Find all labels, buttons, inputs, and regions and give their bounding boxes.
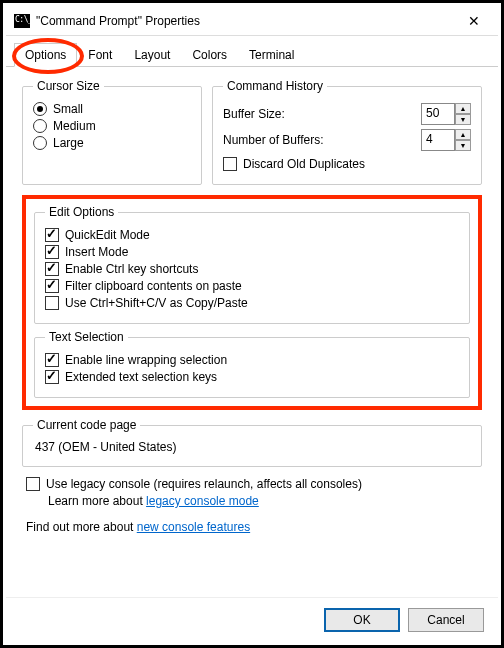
label-discard-duplicates: Discard Old Duplicates (243, 157, 365, 171)
tab-font[interactable]: Font (77, 43, 123, 67)
group-codepage: Current code page 437 (OEM - United Stat… (22, 418, 482, 467)
tab-terminal[interactable]: Terminal (238, 43, 305, 67)
check-ctrl-shortcuts[interactable] (45, 262, 59, 276)
cursor-size-legend: Cursor Size (33, 79, 104, 93)
findout-prefix: Find out more about (26, 520, 137, 534)
edit-options-legend: Edit Options (45, 205, 118, 219)
spinner-up-icon[interactable]: ▲ (455, 129, 471, 140)
label-cursor-medium: Medium (53, 119, 96, 133)
window-title: "Command Prompt" Properties (36, 14, 454, 28)
spinner-down-icon[interactable]: ▼ (455, 114, 471, 125)
tab-colors[interactable]: Colors (181, 43, 238, 67)
spinner-buffer-size[interactable]: 50 ▲ ▼ (421, 103, 471, 125)
check-extended-keys[interactable] (45, 370, 59, 384)
properties-dialog: "Command Prompt" Properties ✕ Options Fo… (6, 6, 498, 642)
text-selection-legend: Text Selection (45, 330, 128, 344)
radio-cursor-medium[interactable] (33, 119, 47, 133)
check-filter-clipboard[interactable] (45, 279, 59, 293)
spinner-up-icon[interactable]: ▲ (455, 103, 471, 114)
radio-cursor-small[interactable] (33, 102, 47, 116)
label-cursor-large: Large (53, 136, 84, 150)
group-cursor-size: Cursor Size Small Medium Large (22, 79, 202, 185)
label-quickedit: QuickEdit Mode (65, 228, 150, 242)
check-line-wrapping[interactable] (45, 353, 59, 367)
value-number-buffers[interactable]: 4 (421, 129, 455, 151)
radio-cursor-large[interactable] (33, 136, 47, 150)
label-insert-mode: Insert Mode (65, 245, 128, 259)
codepage-value: 437 (OEM - United States) (33, 438, 471, 456)
group-text-selection: Text Selection Enable line wrapping sele… (34, 330, 470, 398)
legacy-console-block: Use legacy console (requires relaunch, a… (26, 477, 478, 508)
label-ctrl-shortcuts: Enable Ctrl key shortcuts (65, 262, 198, 276)
check-discard-duplicates[interactable] (223, 157, 237, 171)
codepage-legend: Current code page (33, 418, 140, 432)
check-insert-mode[interactable] (45, 245, 59, 259)
tab-layout[interactable]: Layout (123, 43, 181, 67)
tab-options[interactable]: Options (14, 43, 77, 67)
label-legacy-console: Use legacy console (requires relaunch, a… (46, 477, 362, 491)
label-line-wrapping: Enable line wrapping selection (65, 353, 227, 367)
check-legacy-console[interactable] (26, 477, 40, 491)
spinner-down-icon[interactable]: ▼ (455, 140, 471, 151)
check-quickedit[interactable] (45, 228, 59, 242)
label-buffer-size: Buffer Size: (223, 107, 285, 121)
label-number-buffers: Number of Buffers: (223, 133, 324, 147)
cancel-button[interactable]: Cancel (408, 608, 484, 632)
command-history-legend: Command History (223, 79, 327, 93)
ok-button[interactable]: OK (324, 608, 400, 632)
check-ctrl-shift-cv[interactable] (45, 296, 59, 310)
spinner-number-buffers[interactable]: 4 ▲ ▼ (421, 129, 471, 151)
annotation-red-box: Edit Options QuickEdit Mode Insert Mode … (22, 195, 482, 410)
label-extended-keys: Extended text selection keys (65, 370, 217, 384)
label-ctrl-shift-cv: Use Ctrl+Shift+C/V as Copy/Paste (65, 296, 248, 310)
value-buffer-size[interactable]: 50 (421, 103, 455, 125)
group-edit-options: Edit Options QuickEdit Mode Insert Mode … (34, 205, 470, 324)
label-cursor-small: Small (53, 102, 83, 116)
link-new-console-features[interactable]: new console features (137, 520, 250, 534)
label-filter-clipboard: Filter clipboard contents on paste (65, 279, 242, 293)
cmd-icon (14, 14, 30, 28)
group-command-history: Command History Buffer Size: 50 ▲ ▼ Numb… (212, 79, 482, 185)
legacy-learn-prefix: Learn more about (48, 494, 146, 508)
link-legacy-console-mode[interactable]: legacy console mode (146, 494, 259, 508)
findout-line: Find out more about new console features (26, 520, 478, 534)
dialog-buttons: OK Cancel (6, 597, 498, 642)
tab-content: Cursor Size Small Medium Large Command H… (6, 67, 498, 597)
titlebar: "Command Prompt" Properties ✕ (6, 6, 498, 36)
close-button[interactable]: ✕ (454, 7, 494, 35)
tab-strip: Options Font Layout Colors Terminal (6, 36, 498, 67)
